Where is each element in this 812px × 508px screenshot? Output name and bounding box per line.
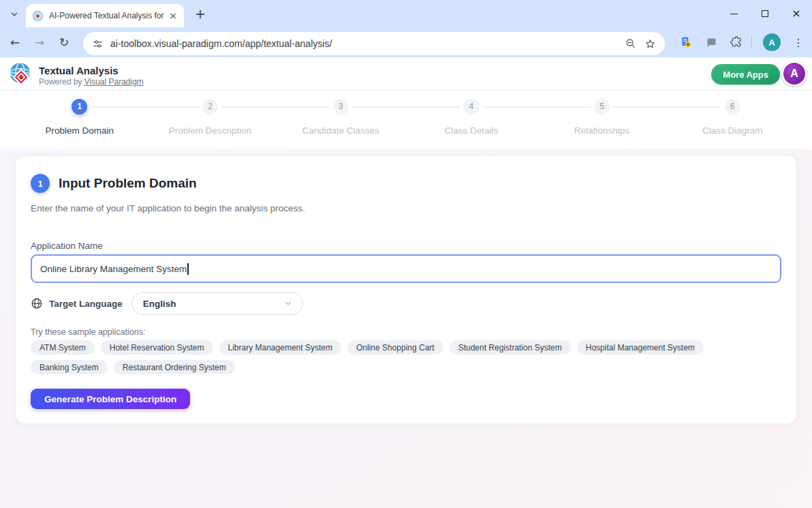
step-number: 4 (463, 99, 479, 115)
powered-by-prefix: Powered by (39, 77, 84, 87)
step-problem-description[interactable]: 2 Problem Description (145, 99, 276, 149)
forward-button[interactable]: → (29, 32, 50, 53)
minimize-icon (730, 14, 738, 14)
step-number: 3 (333, 99, 349, 115)
card-heading: 1 Input Problem Domain (31, 174, 781, 193)
minimize-button[interactable] (718, 0, 749, 27)
step-problem-domain[interactable]: 1 Problem Domain (14, 99, 145, 149)
app-title-block: Textual Analysis Powered by Visual Parad… (39, 65, 144, 87)
sample-chip-library-management-system[interactable]: Library Management System (219, 340, 341, 355)
browser-titlebar: AI-Powered Textual Analysis for × + × (0, 0, 812, 27)
step-number: 2 (202, 99, 218, 115)
site-info-button[interactable] (89, 35, 106, 53)
tab-favicon-icon (32, 10, 44, 22)
step-label: Problem Description (145, 125, 276, 136)
browser-tab[interactable]: AI-Powered Textual Analysis for × (26, 4, 184, 27)
target-language-label: Target Language (49, 299, 123, 309)
tab-search-button[interactable] (6, 6, 22, 23)
new-tab-button[interactable]: + (192, 5, 208, 22)
sample-chip-restaurant-ordering-system[interactable]: Restaurant Ordering System (114, 360, 235, 374)
app-title: Textual Analysis (39, 65, 144, 76)
sample-applications: ATM System Hotel Reservation System Libr… (31, 340, 781, 374)
page-content: 1 Input Problem Domain Enter the name of… (0, 149, 812, 508)
site-info-icon (92, 38, 104, 50)
step-class-diagram[interactable]: 6 Class Diagram (667, 99, 798, 149)
address-bar[interactable]: ai-toolbox.visual-paradigm.com/app/textu… (83, 32, 665, 55)
visual-paradigm-link[interactable]: Visual Paradigm (84, 77, 144, 87)
step-label: Problem Domain (14, 125, 145, 136)
powered-by: Powered by Visual Paradigm (39, 77, 144, 87)
step-class-details[interactable]: 4 Class Details (406, 99, 537, 149)
page-title: Input Problem Domain (59, 176, 197, 191)
browser-menu-button[interactable]: ⋮ (789, 33, 808, 52)
maximize-button[interactable] (749, 0, 781, 27)
target-language-value: English (143, 299, 176, 309)
sample-chip-online-shopping-cart[interactable]: Online Shopping Cart (347, 340, 443, 355)
zoom-out-icon (625, 38, 637, 50)
extension-chat-button[interactable] (702, 33, 721, 52)
step-number: 5 (594, 99, 610, 115)
close-window-button[interactable]: × (781, 0, 812, 27)
wizard-stepper: 1 Problem Domain 2 Problem Description 3… (0, 91, 812, 149)
globe-icon (31, 297, 43, 310)
sample-chip-banking-system[interactable]: Banking System (31, 360, 108, 374)
back-button[interactable]: ← (5, 32, 25, 53)
step-relationships[interactable]: 5 Relationships (537, 99, 668, 149)
zoom-button[interactable] (621, 34, 640, 53)
chat-bubble-icon (705, 36, 718, 49)
visual-paradigm-logo-icon (7, 61, 33, 87)
step-candidate-classes[interactable]: 3 Candidate Classes (275, 99, 406, 149)
chevron-down-icon (283, 299, 293, 308)
window-controls: × (718, 0, 812, 27)
sample-chip-hospital-management-system[interactable]: Hospital Management System (577, 340, 704, 355)
target-language-row: Target Language English (31, 292, 781, 315)
more-apps-button[interactable]: More Apps (711, 64, 780, 85)
extensions-button[interactable] (727, 33, 746, 52)
chevron-down-icon (10, 10, 19, 19)
application-name-input[interactable]: Online Library Management System (31, 254, 781, 283)
user-avatar[interactable]: A (782, 61, 807, 86)
toolbar-separator (751, 35, 752, 49)
document-download-icon (679, 35, 693, 49)
browser-window: AI-Powered Textual Analysis for × + × ← … (0, 0, 812, 508)
samples-label: Try these sample applications: (31, 327, 781, 337)
step-label: Class Details (406, 125, 537, 136)
bookmark-button[interactable] (640, 34, 659, 53)
step-label: Class Diagram (667, 125, 798, 136)
target-language-select[interactable]: English (131, 292, 303, 315)
step-label: Candidate Classes (275, 125, 406, 136)
generate-problem-description-button[interactable]: Generate Problem Description (31, 389, 190, 409)
input-problem-domain-card: 1 Input Problem Domain Enter the name of… (15, 155, 797, 424)
close-icon: × (792, 8, 800, 19)
star-icon (644, 38, 657, 50)
extension-docs-button[interactable] (676, 33, 696, 52)
tab-close-icon[interactable]: × (167, 10, 179, 22)
sample-chip-atm-system[interactable]: ATM System (31, 340, 95, 355)
step-badge: 1 (31, 174, 50, 193)
page-description: Enter the name of your IT application to… (31, 203, 781, 213)
text-caret (187, 263, 188, 275)
url-text[interactable]: ai-toolbox.visual-paradigm.com/app/textu… (110, 38, 621, 49)
application-name-value: Online Library Management System (40, 264, 187, 274)
step-number: 6 (725, 99, 740, 115)
step-label: Relationships (537, 125, 668, 136)
sample-chip-student-registration-system[interactable]: Student Registration System (450, 340, 571, 355)
tab-title: AI-Powered Textual Analysis for (49, 11, 167, 20)
puzzle-icon (730, 35, 743, 49)
maximize-icon (762, 10, 768, 17)
sample-chip-hotel-reservation-system[interactable]: Hotel Reservation System (101, 340, 213, 355)
reload-button[interactable]: ↻ (54, 32, 74, 53)
browser-profile-button[interactable]: A (763, 33, 781, 51)
application-name-label: Application Name (31, 241, 781, 251)
step-number: 1 (72, 99, 87, 115)
